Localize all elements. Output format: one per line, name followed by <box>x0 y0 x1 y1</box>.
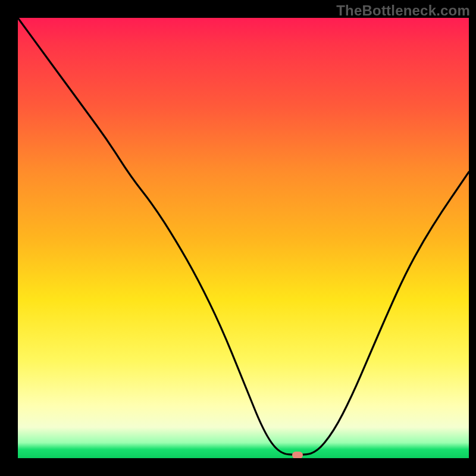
bottleneck-curve <box>18 18 469 458</box>
curve-path <box>18 18 469 455</box>
optimal-marker <box>292 452 303 458</box>
watermark-text: TheBottleneck.com <box>336 2 470 19</box>
plot-area <box>18 18 469 458</box>
chart-frame: TheBottleneck.com <box>0 0 476 476</box>
